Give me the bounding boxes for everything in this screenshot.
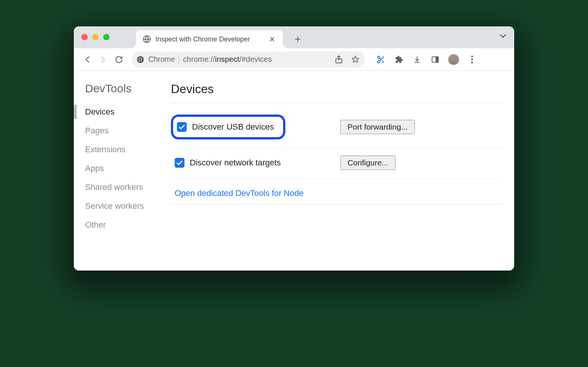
discover-usb-checkbox[interactable] xyxy=(177,122,187,132)
main-panel: Devices Discover USB devices Port forwar… xyxy=(168,71,514,271)
tab-title: Inspect with Chrome Developer xyxy=(155,35,250,43)
sidebar-title: DevTools xyxy=(85,82,168,95)
page-content: DevTools Devices Pages Extensions Apps S… xyxy=(74,71,514,271)
browser-tab[interactable]: Inspect with Chrome Developer xyxy=(136,30,283,48)
url-path: /#devices xyxy=(239,55,272,63)
chrome-icon xyxy=(136,55,145,64)
titlebar: Inspect with Chrome Developer xyxy=(74,26,514,48)
open-node-devtools-link[interactable]: Open dedicated DevTools for Node xyxy=(175,186,303,200)
configure-button[interactable]: Configure... xyxy=(340,156,396,170)
sidebar-item-pages[interactable]: Pages xyxy=(85,121,168,140)
back-button[interactable] xyxy=(81,53,94,66)
divider-bottom xyxy=(171,204,502,205)
profile-avatar[interactable] xyxy=(448,54,459,65)
site-info-label: Chrome xyxy=(148,55,175,64)
forward-button[interactable] xyxy=(96,53,110,66)
minimize-window-button[interactable] xyxy=(92,34,99,40)
svg-point-10 xyxy=(471,58,473,60)
url-separator: :// xyxy=(209,55,215,63)
sidebar-item-devices[interactable]: Devices xyxy=(85,102,168,121)
sidebar-item-service-workers[interactable]: Service workers xyxy=(85,197,168,216)
side-panel-icon[interactable] xyxy=(430,54,440,65)
svg-point-5 xyxy=(378,56,380,58)
usb-highlight: Discover USB devices xyxy=(171,115,285,139)
svg-rect-8 xyxy=(436,57,438,62)
svg-point-3 xyxy=(139,58,142,61)
reload-button[interactable] xyxy=(112,53,126,66)
sidebar-item-other[interactable]: Other xyxy=(85,216,168,234)
close-window-button[interactable] xyxy=(81,34,88,40)
usb-row: Discover USB devices Port forwarding... xyxy=(171,112,502,148)
divider xyxy=(171,103,502,103)
extensions-icon[interactable] xyxy=(394,54,404,65)
url-scheme: chrome xyxy=(183,55,209,63)
svg-point-9 xyxy=(471,55,473,57)
new-tab-button[interactable] xyxy=(291,34,305,44)
downloads-icon[interactable] xyxy=(412,54,422,65)
svg-point-11 xyxy=(471,61,473,63)
toolbar: Chrome chrome://inspect/#devices xyxy=(74,48,514,71)
browser-window: Inspect with Chrome Developer Chrome xyxy=(74,26,514,271)
svg-point-6 xyxy=(378,61,380,63)
url-text: chrome://inspect/#devices xyxy=(183,55,272,64)
address-bar[interactable]: Chrome chrome://inspect/#devices xyxy=(132,52,365,67)
url-host: inspect xyxy=(215,55,239,63)
bookmark-star-icon[interactable] xyxy=(350,54,361,65)
discover-network-label: Discover network targets xyxy=(190,158,281,168)
network-row: Discover network targets Configure... xyxy=(171,153,502,179)
close-tab-button[interactable] xyxy=(267,35,277,43)
sidebar-item-shared-workers[interactable]: Shared workers xyxy=(85,178,168,197)
omnibox-divider xyxy=(179,55,179,64)
globe-icon xyxy=(143,35,151,43)
sidebar-item-apps[interactable]: Apps xyxy=(85,159,168,178)
toolbar-actions xyxy=(376,54,477,65)
discover-usb-label: Discover USB devices xyxy=(192,122,274,132)
maximize-window-button[interactable] xyxy=(103,34,110,40)
page-title: Devices xyxy=(171,82,502,96)
sidebar-item-extensions[interactable]: Extensions xyxy=(85,140,168,159)
share-icon[interactable] xyxy=(334,54,344,65)
port-forwarding-button[interactable]: Port forwarding... xyxy=(340,120,415,134)
scissors-icon[interactable] xyxy=(376,54,386,65)
discover-network-checkbox[interactable] xyxy=(175,158,184,168)
tabs-dropdown-button[interactable] xyxy=(499,33,507,38)
sidebar: DevTools Devices Pages Extensions Apps S… xyxy=(74,71,168,271)
menu-icon[interactable] xyxy=(467,54,477,65)
window-controls xyxy=(81,34,110,40)
node-row: Open dedicated DevTools for Node xyxy=(171,183,502,209)
